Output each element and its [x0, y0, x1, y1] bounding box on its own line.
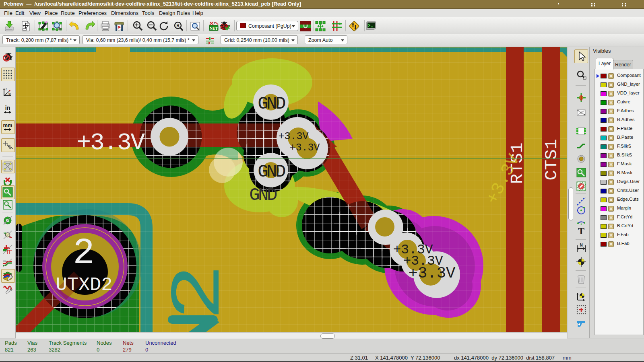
svg-text:mm: mm [3, 122, 12, 128]
svg-text:GND: GND [258, 162, 285, 182]
svg-text:in: in [5, 105, 10, 111]
svg-text:GND: GND [258, 94, 285, 114]
svg-text:2: 2 [160, 263, 240, 321]
svg-text:GND: GND [249, 185, 277, 205]
svg-text:NET: NET [210, 26, 218, 31]
svg-text:2: 2 [73, 233, 95, 274]
svg-text:r: r [6, 87, 7, 91]
svg-text:T: T [578, 226, 584, 236]
svg-text:φ: φ [8, 92, 11, 96]
svg-text:+3.3V: +3.3V [278, 131, 308, 142]
svg-text:+3.3V: +3.3V [408, 265, 456, 282]
svg-text:UTXD2: UTXD2 [56, 274, 112, 296]
svg-text:CTS1: CTS1 [542, 139, 561, 180]
svg-text:N: N [580, 243, 582, 247]
svg-text:R: R [176, 23, 180, 28]
svg-text:+3.3V: +3.3V [76, 129, 145, 156]
svg-text:+3.3V: +3.3V [289, 142, 320, 154]
